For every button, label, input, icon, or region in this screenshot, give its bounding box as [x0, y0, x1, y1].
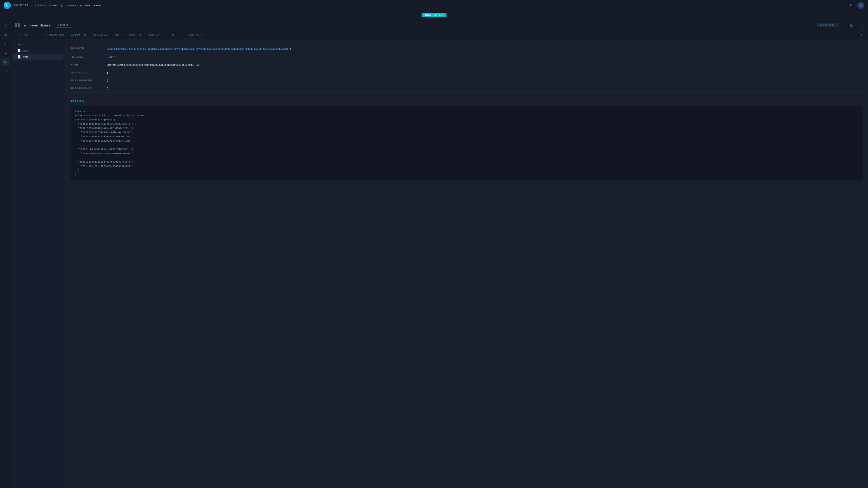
file-size-value: 2.05 KB	[107, 53, 863, 61]
files-modified-value: 0	[107, 77, 863, 85]
tab-execution[interactable]: EXECUTION	[16, 31, 38, 39]
sidebar-item-home[interactable]: ⬡	[1, 22, 9, 30]
main-layout: ⬡ ⊞ ≡ ☁ ⊛ ⬡ ag_news_dataset + ADD TAG ID…	[0, 19, 868, 488]
breadcrumb-dataset[interactable]: chat_training_dataset	[31, 4, 57, 7]
breadcrumb-datasets-icon: 🗄	[61, 4, 64, 7]
more-options-button[interactable]: ⋮	[857, 22, 864, 29]
breadcrumb: PROJECTS / chat_training_dataset / 🗄 .da…	[13, 4, 101, 7]
chevron-up-icon: ▲	[59, 43, 61, 46]
hash-value: 2b546e42d05326be328ea6acf7cbdc7a30230aaf…	[107, 61, 863, 69]
files-added-row: FILES ADDED 1	[70, 69, 863, 77]
sidebar-item-network[interactable]: ⬡	[1, 67, 9, 75]
file-size-row: FILE SIZE 2.05 KB	[70, 53, 863, 61]
breadcrumb-projects[interactable]: PROJECTS	[13, 4, 28, 7]
files-removed-value: 0	[107, 85, 863, 93]
sidebar-item-grid[interactable]: ⊞	[1, 31, 9, 39]
sidebar-item-layers[interactable]: ≡	[1, 40, 9, 48]
topbar-actions: ? 👤	[847, 2, 864, 9]
tab-artifacts[interactable]: ARTIFACTS	[68, 31, 90, 39]
sidebar-item-cloud[interactable]: ☁	[1, 49, 9, 57]
download-icon[interactable]: ⬇	[289, 47, 292, 51]
tab-info[interactable]: INFO	[112, 31, 125, 39]
app-logo[interactable]: C	[4, 2, 11, 9]
preview-section: PREVIEW Dataset state Files added/modifi…	[70, 100, 863, 181]
file-path-label: FILE PATH	[70, 45, 107, 53]
file-path-row: FILE PATH https://files.clear.ml/chat_tr…	[70, 45, 863, 53]
status-badge: COMPLETED	[422, 13, 446, 17]
card-view-button[interactable]: ▦	[848, 22, 855, 29]
dataset-icon	[16, 23, 20, 27]
id-value: 6099e300...	[823, 24, 836, 26]
id-label: ID	[819, 24, 822, 26]
file-tree-item-state[interactable]: 📄 state	[13, 54, 63, 60]
add-tag-button[interactable]: + ADD TAG	[55, 23, 73, 28]
file-path-link[interactable]: https://files.clear.ml/chat_training_dat…	[107, 47, 863, 51]
preview-label: PREVIEW	[70, 100, 863, 103]
id-badge: ID 6099e300...	[817, 23, 838, 27]
help-icon[interactable]: ?	[847, 2, 854, 8]
tab-bar: EXECUTION CONFIGURATION ARTIFACTS DATAVI…	[11, 31, 868, 39]
tab-configuration[interactable]: CONFIGURATION	[38, 31, 68, 39]
sidebar-item-dataset[interactable]: ⊛	[1, 58, 9, 66]
file-tree: OTHER ▲ 📄 data 📄 state	[11, 39, 65, 488]
files-removed-label: FILES REMOVED	[70, 85, 107, 93]
tab-dataviews[interactable]: DATAVIEWS	[89, 31, 112, 39]
preview-content: Dataset state Files added/modified: 1 - …	[70, 106, 863, 181]
metadata-table: FILE PATH https://files.clear.ml/chat_tr…	[70, 45, 863, 93]
files-modified-label: FILES MODIFIED	[70, 77, 107, 85]
file-size-label: FILE SIZE	[70, 53, 107, 61]
refresh-icon[interactable]: ↻	[861, 33, 864, 37]
file-path-value: https://files.clear.ml/chat_training_dat…	[107, 45, 863, 53]
breadcrumb-datasets[interactable]: .datasets	[65, 4, 76, 7]
hash-row: HASH 2b546e42d05326be328ea6acf7cbdc7a302…	[70, 61, 863, 69]
hash-label: HASH	[70, 61, 107, 69]
tab-plots[interactable]: PLOTS	[165, 31, 181, 39]
page-title: ag_news_dataset	[24, 23, 52, 27]
files-modified-row: FILES MODIFIED 0	[70, 77, 863, 85]
list-view-button[interactable]: ☰	[839, 22, 846, 29]
tab-console[interactable]: CONSOLE	[125, 31, 146, 39]
detail-panel: FILE PATH https://files.clear.ml/chat_tr…	[65, 39, 868, 488]
tab-debug-samples[interactable]: DEBUG SAMPLES	[181, 31, 211, 39]
page-header: ag_news_dataset + ADD TAG ID 6099e300...…	[11, 19, 868, 31]
artifacts-layout: OTHER ▲ 📄 data 📄 state	[11, 39, 868, 488]
user-avatar[interactable]: 👤	[857, 2, 864, 9]
file-tree-section-header[interactable]: OTHER ▲	[11, 42, 65, 47]
files-added-value: 1	[107, 69, 863, 77]
left-sidebar: ⬡ ⊞ ≡ ☁ ⊛ ⬡	[0, 19, 11, 488]
content-area: ag_news_dataset + ADD TAG ID 6099e300...…	[11, 19, 868, 488]
files-removed-row: FILES REMOVED 0	[70, 85, 863, 93]
file-tree-item-data[interactable]: 📄 data	[13, 47, 63, 54]
file-icon-data: 📄	[17, 49, 21, 52]
status-bar: COMPLETED	[0, 11, 868, 19]
page-header-actions: ID 6099e300... ☰ ▦ ⋮	[817, 22, 864, 29]
breadcrumb-current: ag_news_dataset	[80, 4, 101, 7]
files-added-label: FILES ADDED	[70, 69, 107, 77]
topbar: C PROJECTS / chat_training_dataset / 🗄 .…	[0, 0, 868, 11]
tab-scalars[interactable]: SCALARS	[146, 31, 165, 39]
file-icon-state: 📄	[17, 55, 21, 59]
file-tree-other-section: OTHER ▲ 📄 data 📄 state	[11, 42, 65, 60]
